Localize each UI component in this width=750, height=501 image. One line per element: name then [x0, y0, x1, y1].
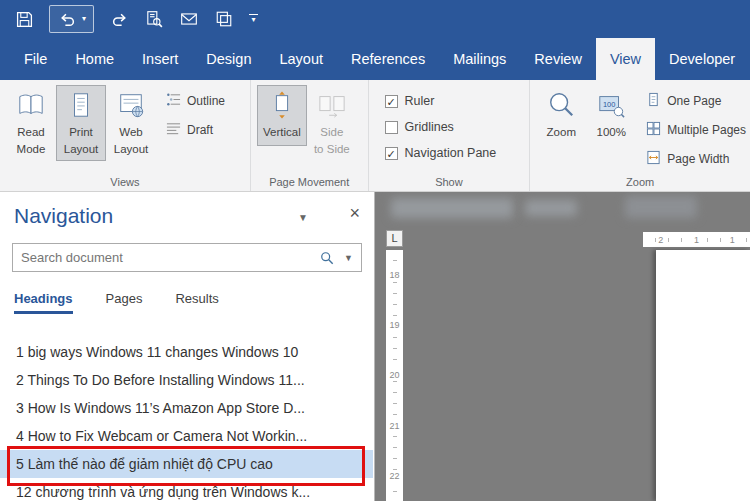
- side-to-side-label-1: Side: [320, 125, 343, 140]
- heading-item[interactable]: 4 How to Fix Webcam or Camera Not Workin…: [0, 422, 373, 450]
- tab-review[interactable]: Review: [520, 38, 596, 80]
- v-ruler-number: 19: [389, 319, 399, 331]
- web-layout-label-1: Web: [119, 125, 142, 140]
- gridlines-checkbox[interactable]: [385, 121, 398, 134]
- one-page-button[interactable]: One Page: [646, 92, 746, 110]
- read-mode-button[interactable]: Read Mode: [6, 85, 56, 161]
- outline-button[interactable]: Outline: [166, 92, 225, 110]
- multiple-pages-label: Multiple Pages: [667, 123, 746, 137]
- show-group-label: Show: [369, 176, 530, 188]
- nav-tab-pages[interactable]: Pages: [106, 291, 143, 314]
- outline-label: Outline: [187, 94, 225, 108]
- tab-insert[interactable]: Insert: [128, 38, 192, 80]
- tab-references[interactable]: References: [337, 38, 439, 80]
- side-to-side-button[interactable]: Side to Side: [307, 85, 357, 161]
- zoom-group-label: Zoom: [530, 176, 750, 188]
- page-width-label: Page Width: [667, 152, 729, 166]
- zoom-icon: [546, 91, 576, 123]
- page-width-button[interactable]: Page Width: [646, 150, 746, 168]
- blurred-region: [625, 196, 697, 218]
- search-input[interactable]: [13, 250, 314, 265]
- nav-tab-results[interactable]: Results: [175, 291, 218, 314]
- redo-icon[interactable]: [109, 9, 129, 29]
- h-ruler-number: 2: [656, 235, 665, 245]
- gridlines-checkbox-row[interactable]: Gridlines: [385, 120, 497, 134]
- outline-icon: [166, 92, 181, 110]
- web-layout-icon: [116, 91, 146, 123]
- blurred-region: [391, 198, 513, 218]
- heading-item[interactable]: 12 chương trình và ứng dụng trên Windows…: [0, 478, 373, 501]
- h-ruler-number: 1: [692, 235, 701, 245]
- navigation-pane: Navigation ▼ × ▼ Headings Pages Results …: [0, 192, 375, 501]
- page-width-icon: [646, 150, 661, 168]
- copy-icon[interactable]: [214, 9, 234, 29]
- tab-home[interactable]: Home: [61, 38, 128, 80]
- v-ruler-number: 20: [389, 369, 399, 381]
- undo-button[interactable]: ▾: [49, 5, 94, 33]
- navigation-pane-checkbox-row[interactable]: ✓ Navigation Pane: [385, 146, 497, 160]
- print-layout-label-1: Print: [69, 125, 93, 140]
- ribbon-tab-bar: File Home Insert Design Layout Reference…: [0, 38, 750, 80]
- multiple-pages-icon: [646, 121, 661, 139]
- zoom-button[interactable]: Zoom: [536, 85, 586, 144]
- h-ruler-number: 1: [728, 235, 737, 245]
- side-to-side-icon: [317, 91, 347, 123]
- blurred-region: [525, 200, 577, 216]
- tab-layout[interactable]: Layout: [265, 38, 337, 80]
- draft-button[interactable]: Draft: [166, 121, 225, 139]
- ruler-checkbox[interactable]: ✓: [385, 95, 398, 108]
- heading-item[interactable]: 1 big ways Windows 11 changes Windows 10: [0, 338, 373, 366]
- tab-design[interactable]: Design: [192, 38, 265, 80]
- email-icon[interactable]: [179, 9, 199, 29]
- tab-mailings[interactable]: Mailings: [439, 38, 520, 80]
- document-page[interactable]: [656, 250, 750, 501]
- zoom-100-button[interactable]: 100 100%: [586, 85, 636, 144]
- navigation-pane-checkbox-label: Navigation Pane: [405, 146, 497, 160]
- read-mode-icon: [16, 91, 46, 123]
- draft-label: Draft: [187, 123, 213, 137]
- navigation-pane-checkbox[interactable]: ✓: [385, 147, 398, 160]
- print-preview-icon[interactable]: [144, 9, 164, 29]
- heading-item[interactable]: 3 How Is Windows 11’s Amazon App Store D…: [0, 394, 373, 422]
- ruler-checkbox-label: Ruler: [405, 94, 435, 108]
- draft-icon: [166, 121, 181, 139]
- horizontal-ruler[interactable]: 2 1 1: [643, 232, 750, 247]
- vertical-icon: [267, 91, 297, 123]
- nav-tab-headings[interactable]: Headings: [14, 291, 73, 314]
- tab-view[interactable]: View: [596, 38, 655, 80]
- navigation-pane-close-icon[interactable]: ×: [349, 204, 360, 222]
- navigation-pane-options-icon[interactable]: ▼: [298, 212, 308, 223]
- word-window: ▾ ▾ File Home Insert Design Layout Refer…: [0, 0, 750, 501]
- read-mode-label-2: Mode: [17, 142, 46, 157]
- web-layout-label-2: Layout: [114, 142, 149, 157]
- multiple-pages-button[interactable]: Multiple Pages: [646, 121, 746, 139]
- side-to-side-label-2: to Side: [314, 142, 350, 157]
- search-options-chevron-icon[interactable]: ▼: [340, 253, 361, 263]
- ribbon-group-views: Read Mode Print Layout Web Layout: [0, 80, 251, 191]
- search-box[interactable]: ▼: [12, 243, 362, 272]
- heading-item-selected[interactable]: 5 Làm thế nào để giảm nhiệt độ CPU cao: [0, 450, 373, 478]
- vertical-ruler[interactable]: 18 19 20 21 22: [386, 250, 403, 501]
- ribbon-group-page-movement: Vertical Side to Side Page Movement: [251, 80, 369, 191]
- tab-stop-selector[interactable]: L: [386, 230, 403, 247]
- vertical-button[interactable]: Vertical: [257, 85, 307, 146]
- print-layout-label-2: Layout: [64, 142, 99, 157]
- tab-file[interactable]: File: [10, 38, 61, 80]
- ribbon: Read Mode Print Layout Web Layout: [0, 80, 750, 192]
- tab-developer[interactable]: Developer: [655, 38, 749, 80]
- search-icon[interactable]: [314, 251, 340, 265]
- ruler-checkbox-row[interactable]: ✓ Ruler: [385, 94, 497, 108]
- heading-item[interactable]: 2 Things To Do Before Installing Windows…: [0, 366, 373, 394]
- print-layout-button[interactable]: Print Layout: [56, 85, 106, 161]
- undo-dropdown-icon[interactable]: ▾: [82, 15, 86, 23]
- gridlines-checkbox-label: Gridlines: [405, 120, 454, 134]
- print-layout-icon: [66, 91, 96, 123]
- v-ruler-number: 18: [389, 269, 399, 281]
- zoom-100-icon: 100: [596, 91, 626, 123]
- web-layout-button[interactable]: Web Layout: [106, 85, 156, 161]
- undo-icon[interactable]: [57, 9, 77, 29]
- navigation-tabs: Headings Pages Results: [14, 291, 219, 314]
- qat-more-icon[interactable]: ▾: [249, 14, 258, 24]
- one-page-label: One Page: [667, 94, 721, 108]
- save-icon[interactable]: [14, 9, 34, 29]
